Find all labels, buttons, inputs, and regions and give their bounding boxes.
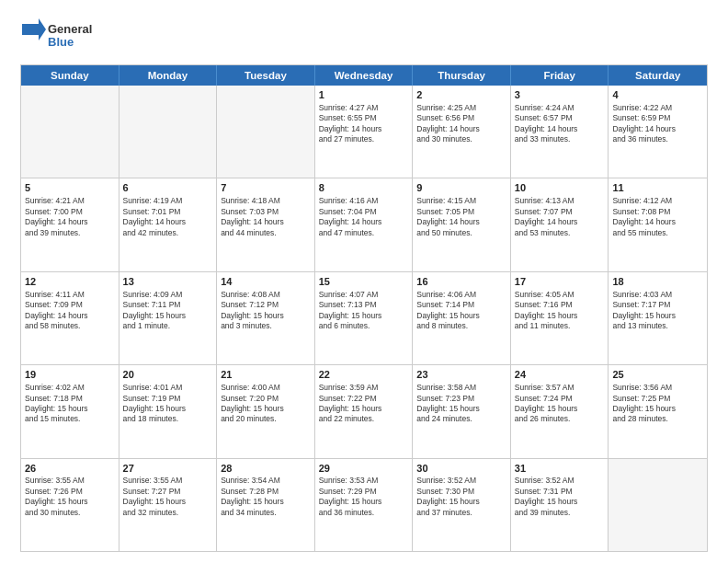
calendar-cell: 11Sunrise: 4:12 AMSunset: 7:08 PMDayligh… — [609, 178, 707, 270]
day-info: and 11 minutes. — [515, 321, 605, 331]
day-info: Sunset: 7:20 PM — [221, 394, 311, 404]
day-info: Sunrise: 4:03 AM — [612, 290, 703, 300]
weekday-header: Monday — [119, 65, 218, 86]
day-info: Sunrise: 4:18 AM — [221, 196, 311, 206]
day-info: Sunrise: 4:25 AM — [416, 103, 506, 113]
day-number: 30 — [416, 462, 506, 476]
day-info: Daylight: 15 hours — [25, 497, 115, 507]
day-info: and 15 minutes. — [25, 414, 115, 424]
day-info: Daylight: 15 hours — [515, 311, 605, 321]
day-number: 22 — [319, 368, 409, 382]
day-info: Sunset: 7:08 PM — [612, 207, 703, 217]
day-number: 7 — [221, 181, 311, 195]
day-info: Sunset: 7:22 PM — [319, 394, 409, 404]
calendar-cell: 23Sunrise: 3:58 AMSunset: 7:23 PMDayligh… — [413, 365, 511, 457]
day-number: 12 — [25, 275, 115, 289]
calendar-cell: 28Sunrise: 3:54 AMSunset: 7:28 PMDayligh… — [217, 459, 315, 551]
header: General Blue — [20, 17, 708, 55]
day-number: 2 — [416, 88, 506, 102]
day-info: Daylight: 15 hours — [515, 497, 605, 507]
day-info: Sunset: 7:14 PM — [416, 300, 506, 310]
day-info: Sunset: 7:00 PM — [25, 207, 115, 217]
day-number: 4 — [612, 88, 703, 102]
calendar-row: 19Sunrise: 4:02 AMSunset: 7:18 PMDayligh… — [21, 365, 707, 458]
day-info: Daylight: 15 hours — [319, 497, 409, 507]
day-info: Sunset: 7:01 PM — [123, 207, 213, 217]
calendar-cell: 26Sunrise: 3:55 AMSunset: 7:26 PMDayligh… — [21, 459, 119, 551]
day-info: and 53 minutes. — [515, 228, 605, 238]
calendar-cell: 16Sunrise: 4:06 AMSunset: 7:14 PMDayligh… — [413, 272, 511, 364]
day-info: Sunrise: 4:22 AM — [612, 103, 703, 113]
day-number: 14 — [221, 275, 311, 289]
day-info: Sunset: 7:04 PM — [319, 207, 409, 217]
day-info: Sunrise: 3:52 AM — [416, 476, 506, 486]
calendar-cell: 7Sunrise: 4:18 AMSunset: 7:03 PMDaylight… — [217, 178, 315, 270]
day-info: Daylight: 15 hours — [221, 404, 311, 414]
day-number: 13 — [123, 275, 213, 289]
day-info: Sunrise: 4:02 AM — [25, 383, 115, 393]
day-number: 21 — [221, 368, 311, 382]
day-info: Sunset: 7:26 PM — [25, 487, 115, 497]
day-info: and 47 minutes. — [319, 228, 409, 238]
day-info: and 28 minutes. — [612, 414, 703, 424]
day-info: and 30 minutes. — [25, 508, 115, 518]
calendar-cell: 18Sunrise: 4:03 AMSunset: 7:17 PMDayligh… — [609, 272, 707, 364]
day-info: Sunrise: 4:09 AM — [123, 290, 213, 300]
day-info: Sunset: 7:18 PM — [25, 394, 115, 404]
day-info: Daylight: 15 hours — [612, 404, 703, 414]
day-number: 1 — [319, 88, 409, 102]
day-info: and 32 minutes. — [123, 508, 213, 518]
day-info: Sunset: 7:25 PM — [612, 394, 703, 404]
day-info: Daylight: 15 hours — [221, 497, 311, 507]
day-info: Sunset: 7:11 PM — [123, 300, 213, 310]
day-info: Daylight: 15 hours — [416, 497, 506, 507]
day-info: Sunset: 7:23 PM — [416, 394, 506, 404]
day-number: 23 — [416, 368, 506, 382]
day-info: Sunrise: 4:13 AM — [515, 196, 605, 206]
day-info: Daylight: 14 hours — [416, 217, 506, 227]
day-info: Sunrise: 4:19 AM — [123, 196, 213, 206]
day-info: and 58 minutes. — [25, 321, 115, 331]
day-info: Sunrise: 4:01 AM — [123, 383, 213, 393]
day-info: Sunrise: 3:56 AM — [612, 383, 703, 393]
day-info: Sunrise: 4:27 AM — [319, 103, 409, 113]
day-info: Sunset: 7:30 PM — [416, 487, 506, 497]
day-info: and 39 minutes. — [515, 508, 605, 518]
weekday-header: Sunday — [21, 65, 119, 86]
logo-svg: General Blue — [20, 17, 103, 52]
day-info: Daylight: 14 hours — [612, 124, 703, 134]
day-info: and 37 minutes. — [416, 508, 506, 518]
day-info: Sunset: 7:28 PM — [221, 487, 311, 497]
day-info: Sunrise: 3:52 AM — [515, 476, 605, 486]
day-number: 5 — [25, 181, 115, 195]
calendar-cell: 8Sunrise: 4:16 AMSunset: 7:04 PMDaylight… — [315, 178, 414, 270]
day-info: Sunset: 7:16 PM — [515, 300, 605, 310]
calendar-cell: 3Sunrise: 4:24 AMSunset: 6:57 PMDaylight… — [511, 86, 609, 178]
calendar-header: SundayMondayTuesdayWednesdayThursdayFrid… — [21, 65, 707, 86]
day-info: Sunset: 7:07 PM — [515, 207, 605, 217]
day-info: Sunset: 7:03 PM — [221, 207, 311, 217]
calendar-cell: 10Sunrise: 4:13 AMSunset: 7:07 PMDayligh… — [511, 178, 609, 270]
day-info: Sunrise: 3:57 AM — [515, 383, 605, 393]
day-number: 15 — [319, 275, 409, 289]
day-number: 26 — [25, 462, 115, 476]
logo: General Blue — [20, 17, 103, 55]
day-info: Daylight: 15 hours — [319, 404, 409, 414]
day-info: and 26 minutes. — [515, 414, 605, 424]
day-info: Daylight: 15 hours — [416, 404, 506, 414]
day-info: Sunrise: 4:16 AM — [319, 196, 409, 206]
day-info: Daylight: 15 hours — [123, 404, 213, 414]
calendar-row: 12Sunrise: 4:11 AMSunset: 7:09 PMDayligh… — [21, 272, 707, 365]
day-info: Daylight: 14 hours — [515, 124, 605, 134]
calendar-cell: 17Sunrise: 4:05 AMSunset: 7:16 PMDayligh… — [511, 272, 609, 364]
day-info: and 22 minutes. — [319, 414, 409, 424]
calendar-cell: 31Sunrise: 3:52 AMSunset: 7:31 PMDayligh… — [511, 459, 609, 551]
svg-marker-2 — [22, 18, 46, 40]
day-number: 3 — [515, 88, 605, 102]
day-info: Sunrise: 4:05 AM — [515, 290, 605, 300]
day-info: Sunset: 7:31 PM — [515, 487, 605, 497]
day-info: Sunrise: 4:08 AM — [221, 290, 311, 300]
calendar-row: 5Sunrise: 4:21 AMSunset: 7:00 PMDaylight… — [21, 178, 707, 271]
calendar-cell: 9Sunrise: 4:15 AMSunset: 7:05 PMDaylight… — [413, 178, 511, 270]
day-info: Sunrise: 4:07 AM — [319, 290, 409, 300]
